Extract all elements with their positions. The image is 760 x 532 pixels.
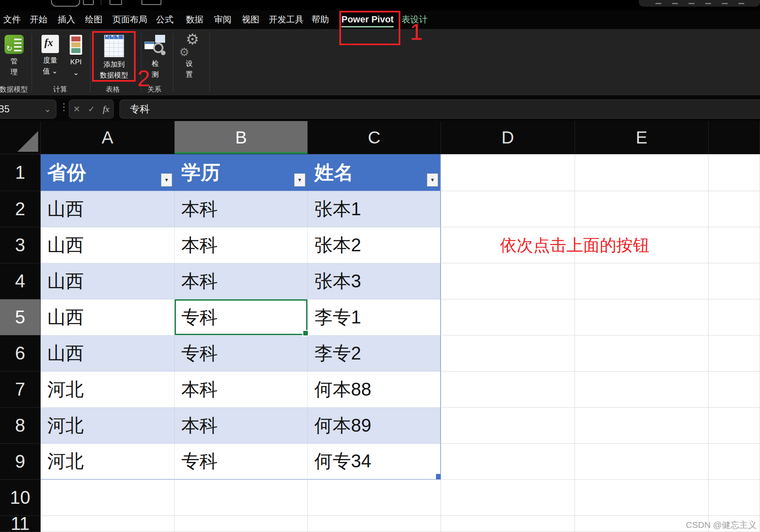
cell-C11[interactable]: [308, 516, 441, 532]
cell-F2[interactable]: [709, 191, 760, 227]
ribbon-button-manage-data-model[interactable]: 管理: [2, 32, 26, 90]
cell-D7[interactable]: [441, 372, 575, 408]
column-header-C[interactable]: C: [308, 121, 441, 154]
cell-E5[interactable]: [575, 299, 709, 335]
cell-B9[interactable]: 专科: [175, 444, 308, 480]
cell-C10[interactable]: [308, 480, 441, 516]
cell-E7[interactable]: [575, 372, 709, 408]
cell-B8[interactable]: 本科: [175, 408, 308, 444]
cell-C1[interactable]: 姓名: [308, 154, 441, 191]
cell-F4[interactable]: [709, 263, 760, 299]
row-header-4[interactable]: 4: [0, 263, 41, 299]
cell-A9[interactable]: 河北: [41, 444, 175, 480]
cell-B4[interactable]: 本科: [175, 263, 308, 299]
row-header-2[interactable]: 2: [0, 191, 41, 227]
enter-icon[interactable]: ✓: [88, 104, 95, 114]
tab-help[interactable]: 帮助: [312, 10, 329, 29]
cell-A1[interactable]: 省份: [41, 154, 175, 191]
cell-D9[interactable]: [441, 444, 575, 480]
cell-C3[interactable]: 张本2: [308, 227, 441, 263]
cell-C5[interactable]: 李专1: [308, 299, 441, 335]
row-header-3[interactable]: 3: [0, 227, 41, 263]
cell-A5[interactable]: 山西: [41, 299, 175, 335]
cell-A11[interactable]: [41, 516, 175, 532]
tab-review[interactable]: 审阅: [214, 10, 231, 29]
cell-D11[interactable]: [441, 516, 575, 532]
tab-page-layout[interactable]: 页面布局: [112, 10, 147, 29]
cell-A3[interactable]: 山西: [41, 227, 175, 263]
cell-F5[interactable]: [709, 299, 760, 335]
cell-E10[interactable]: [575, 480, 709, 516]
redo-icon[interactable]: [141, 0, 161, 5]
cell-A8[interactable]: 河北: [41, 408, 175, 444]
cell-F10[interactable]: [709, 480, 760, 516]
tab-developer[interactable]: 开发工具: [269, 10, 304, 29]
cell-B10[interactable]: [175, 480, 308, 516]
name-box[interactable]: B5 ⌄: [0, 100, 56, 119]
row-header-7[interactable]: 7: [0, 372, 41, 408]
cell-F7[interactable]: [709, 372, 760, 408]
cell-D6[interactable]: [441, 335, 575, 372]
formula-input[interactable]: 专科: [119, 100, 760, 119]
cell-E2[interactable]: [575, 191, 709, 227]
cell-B3[interactable]: 本科: [175, 227, 308, 263]
cell-F9[interactable]: [709, 444, 760, 480]
cell-D10[interactable]: [441, 480, 575, 516]
tab-formulas[interactable]: 公式: [156, 10, 173, 29]
cell-D8[interactable]: [441, 408, 575, 444]
column-header-D[interactable]: D: [441, 121, 575, 154]
cell-A10[interactable]: [41, 480, 175, 516]
cell-E8[interactable]: [575, 408, 709, 444]
cell-C8[interactable]: 何本89: [308, 408, 441, 444]
table-resize-handle[interactable]: [436, 474, 441, 479]
fill-handle[interactable]: [302, 330, 309, 336]
row-header-5[interactable]: 5: [0, 299, 41, 335]
column-header-E[interactable]: E: [575, 121, 709, 154]
filter-button[interactable]: [294, 173, 305, 187]
cell-D2[interactable]: [441, 191, 575, 227]
cell-C9[interactable]: 何专34: [308, 444, 441, 480]
cell-E4[interactable]: [575, 263, 709, 299]
tab-view[interactable]: 视图: [242, 10, 259, 29]
select-all-corner[interactable]: [0, 121, 41, 154]
cell-C4[interactable]: 张本3: [308, 263, 441, 299]
cell-C6[interactable]: 李专2: [308, 335, 441, 372]
cell-B7[interactable]: 本科: [175, 372, 308, 408]
row-header-8[interactable]: 8: [0, 408, 41, 444]
cell-B2[interactable]: 本科: [175, 191, 308, 227]
cell-B1[interactable]: 学历: [175, 154, 308, 191]
cell-D4[interactable]: [441, 263, 575, 299]
cancel-icon[interactable]: ✕: [73, 104, 80, 114]
cell-E6[interactable]: [575, 335, 709, 372]
column-header-F[interactable]: [709, 121, 760, 154]
filter-button[interactable]: [161, 173, 172, 187]
cell-F8[interactable]: [709, 408, 760, 444]
cell-F3[interactable]: [709, 227, 760, 263]
row-header-11[interactable]: 11: [0, 516, 41, 532]
ribbon-button-measures[interactable]: 度量值 ⌄: [38, 32, 62, 90]
cell-A7[interactable]: 河北: [41, 372, 175, 408]
insert-function-icon[interactable]: fx: [103, 104, 110, 114]
cell-A4[interactable]: 山西: [41, 263, 175, 299]
row-header-9[interactable]: 9: [0, 444, 41, 480]
column-header-A[interactable]: A: [41, 121, 175, 154]
cell-E9[interactable]: [575, 444, 709, 480]
cell-B11[interactable]: [175, 516, 308, 532]
cell-F1[interactable]: [709, 154, 760, 191]
column-header-B[interactable]: B: [175, 121, 308, 154]
cell-A2[interactable]: 山西: [41, 191, 175, 227]
undo-icon[interactable]: [110, 0, 122, 5]
cell-C2[interactable]: 张本1: [308, 191, 441, 227]
name-box-dropdown-icon[interactable]: ⌄: [44, 104, 51, 114]
autosave-toggle[interactable]: [51, 0, 80, 7]
ribbon-button-settings[interactable]: 设置: [178, 32, 200, 90]
row-header-1[interactable]: 1: [0, 154, 41, 191]
cell-D1[interactable]: [441, 154, 575, 191]
row-header-10[interactable]: 10: [0, 480, 41, 516]
cell-C7[interactable]: 何本88: [308, 372, 441, 408]
tab-home[interactable]: 开始: [30, 10, 47, 29]
cell-F6[interactable]: [709, 335, 760, 372]
row-header-6[interactable]: 6: [0, 335, 41, 372]
tab-file[interactable]: 文件: [3, 10, 21, 29]
cell-A6[interactable]: 山西: [41, 335, 175, 372]
